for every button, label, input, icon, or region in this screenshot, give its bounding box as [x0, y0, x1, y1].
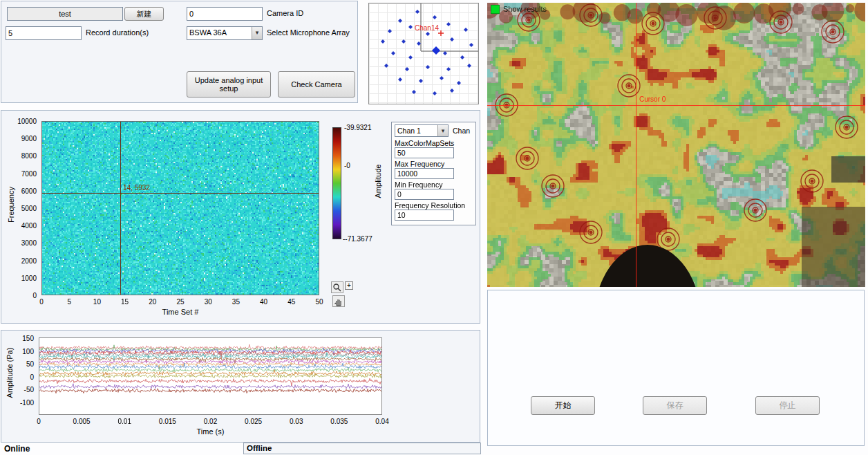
stop-button[interactable]: 停止 [755, 396, 820, 415]
waveform-panel: Amplitude (Pa) 150100500-50-100 00.0050.… [1, 330, 480, 443]
camera-cursor-hline[interactable] [487, 105, 865, 106]
tick-label: 0.02 [204, 418, 217, 425]
camera-cursor-label: Cursor 0 [639, 95, 666, 103]
tick-label: 0.01 [118, 418, 131, 425]
mic-array-select-value: BSWA 36A [187, 27, 252, 39]
tick-label: 20 [149, 298, 156, 306]
tick-label: 7000 [21, 169, 37, 177]
spectrogram-plot[interactable]: 14, 5932 [41, 121, 319, 295]
colorbar-mid-label: -0 [344, 162, 350, 169]
mic-array-select[interactable]: BSWA 36A ▾ [187, 26, 263, 40]
tick-label: 0.015 [159, 418, 176, 425]
tick-label: 50 [26, 360, 34, 368]
waveform-x-axis: 00.0050.010.0150.020.0250.030.0350.04 [39, 418, 382, 426]
tick-label: 30 [205, 298, 212, 306]
record-duration-label: Record duration(s) [86, 28, 149, 37]
colorbar-min-label: --71.3677 [343, 235, 372, 243]
tick-label: 0 [39, 298, 44, 306]
camera-cursor-vline[interactable] [636, 3, 636, 287]
online-status: Online [4, 444, 30, 454]
tick-label: 9000 [21, 135, 37, 142]
tick-label: 8000 [21, 152, 37, 160]
pan-tool-button[interactable] [332, 295, 345, 307]
min-frequency-label: Min Frequency [395, 180, 442, 189]
array-highlight-label: Chan14 [415, 24, 439, 32]
tick-label: 10 [93, 298, 101, 306]
show-results-checkbox[interactable] [491, 5, 500, 14]
colorbar-title: Amplitude [374, 154, 382, 209]
tick-label: 0.005 [73, 418, 91, 425]
tick-label: 10000 [17, 118, 37, 125]
mic-array-label: Select Microphone Array [267, 28, 350, 37]
spectrogram-cursor-vline[interactable] [120, 122, 121, 295]
min-frequency-input[interactable] [395, 189, 454, 200]
max-frequency-label: Max Frequency [395, 160, 444, 168]
chevron-down-icon: ▾ [252, 27, 262, 39]
spectrogram-controls-group: Chan 1 ▾ Chan MaxColorMapSets Max Freque… [391, 122, 476, 225]
offline-status-label: Offline [247, 444, 272, 452]
project-name-input[interactable] [7, 7, 123, 21]
spectrogram-x-axis: 05101520253035404550 [41, 298, 319, 306]
chevron-down-icon: ▾ [437, 125, 448, 136]
spectrogram-cursor-hline[interactable] [42, 193, 319, 194]
magnifier-icon [332, 283, 342, 292]
check-camera-button[interactable]: Check Camera [278, 71, 355, 98]
tick-label: 2000 [21, 257, 37, 264]
tick-label: 40 [260, 298, 267, 306]
tick-label: 3000 [21, 239, 37, 247]
tick-label: 0.03 [290, 418, 303, 425]
max-colormap-input[interactable] [395, 147, 454, 158]
waveform-xlabel: Time (s) [39, 427, 382, 436]
setup-panel: 新建 Camera ID Record duration(s) BSWA 36A… [1, 1, 358, 103]
tick-label: 15 [121, 298, 129, 306]
camera-canvas[interactable] [487, 3, 865, 287]
spectrogram-cursor-label: 14, 5932 [123, 184, 150, 192]
spectrogram-ylabel: Frequency [7, 177, 15, 232]
tick-label: 100 [22, 347, 34, 355]
spectrogram-xlabel: Time Set # [41, 308, 319, 316]
camera-view[interactable]: Cursor 0 Show results [487, 3, 865, 287]
mic-array-svg [369, 3, 478, 104]
save-button[interactable]: 保存 [643, 396, 707, 415]
zoom-plus-icon[interactable]: + [345, 281, 353, 290]
max-frequency-input[interactable] [395, 168, 454, 179]
max-colormap-label: MaxColorMapSets [395, 139, 454, 147]
tick-label: 5000 [21, 205, 37, 212]
record-duration-input[interactable] [6, 26, 82, 40]
tick-label: 6000 [21, 187, 37, 194]
frequency-resolution-label: Frequency Resolution [395, 201, 465, 210]
waveform-plot [39, 337, 382, 415]
channel-select[interactable]: Chan 1 ▾ [395, 124, 449, 137]
tick-label: 4000 [21, 222, 37, 230]
new-button[interactable]: 新建 [124, 7, 164, 21]
tick-label: 45 [287, 298, 295, 306]
tick-label: 1000 [21, 274, 37, 281]
colorbar [332, 127, 341, 239]
tick-label: 0 [37, 418, 41, 425]
tick-label: -50 [24, 386, 34, 393]
mic-array-plot: Chan14 [368, 3, 479, 104]
camera-id-input[interactable] [187, 7, 263, 21]
camera-id-label: Camera ID [267, 9, 303, 17]
control-panel: 开始 保存 停止 [487, 290, 865, 446]
tick-label: 150 [22, 335, 34, 342]
tick-label: 0 [32, 292, 37, 299]
tick-label: 0.025 [245, 418, 262, 425]
update-analog-input-button[interactable]: Update analog input setup [187, 71, 271, 98]
zoom-tool-button[interactable] [331, 281, 343, 293]
frequency-resolution-input[interactable] [395, 210, 454, 221]
tick-label: 0.035 [330, 418, 348, 425]
show-results-label: Show results [503, 5, 547, 13]
offline-status-bar: Offline [243, 443, 481, 454]
tick-label: 0 [30, 373, 34, 380]
tick-label: 25 [176, 298, 184, 306]
waveform-y-axis: 150100500-50-100 [14, 338, 36, 402]
spectrogram-canvas[interactable] [42, 122, 319, 295]
tick-label: -100 [20, 399, 34, 407]
tick-label: 50 [315, 298, 323, 306]
waveform-canvas [39, 338, 381, 414]
channel-select-value: Chan 1 [395, 125, 437, 136]
hand-icon [334, 297, 343, 306]
channel-select-label: Chan [453, 127, 470, 135]
start-button[interactable]: 开始 [531, 396, 595, 415]
